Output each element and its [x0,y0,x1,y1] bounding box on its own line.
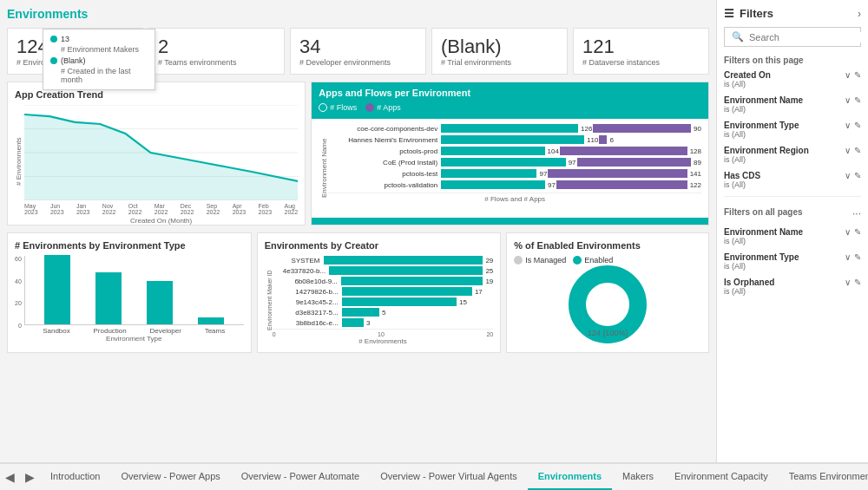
tab-environments[interactable]: Environments [528,464,612,490]
bar-flows-val-2: 104 [548,147,559,155]
filter-edit-icon-7[interactable]: ✎ [854,252,861,262]
bar-apps-4 [548,169,687,178]
vbar-developer [147,281,173,324]
kpi-trial-value: (Blank) [441,36,558,58]
filter-chevron-icon-8[interactable]: ∨ [845,278,851,287]
filter-chevron-icon-5[interactable]: ∨ [845,171,851,180]
bar-label-0: coe-core-components-dev [328,125,441,133]
tab-introduction[interactable]: Introduction [40,464,110,490]
vbar-sandbox [44,255,70,324]
bar-flows-val-0: 126 [581,125,592,133]
line-chart-svg: 20 10 0 [24,105,298,200]
bar-apps-3 [577,158,692,167]
creator-row-5: d3e83217-5... 5 [273,308,494,317]
creator-row-2: 6b08e10d-9... 19 [273,277,494,285]
creator-val-2: 19 [485,278,493,285]
tab-teams-environments[interactable]: Teams Environments [779,464,868,490]
donut-center-label: 124 (100%) [588,329,628,337]
env-by-creator-title: Environments by Creator [265,240,494,251]
legend-managed: Is Managed [525,256,566,265]
creator-bar-0 [324,256,483,265]
kpi-trial-label: # Trial environments [441,58,558,67]
vbar-label-sandbox: Sandbox [43,327,70,335]
env-by-creator-card: Environments by Creator Environment Make… [257,232,502,353]
filter-chevron-icon-3[interactable]: ∨ [845,121,851,130]
env-creator-yaxis: Environment Maker ID [265,256,273,345]
filter-all-env-name: Environment Name ∨ ✎ is (All) [724,227,861,245]
bar-apps-1 [599,135,607,144]
filter-chevron-icon-2[interactable]: ∨ [845,95,851,105]
tab-overview-power-virtual-agents[interactable]: Overview - Power Virtual Agents [370,464,528,490]
bar-label-1: Hannes Niemi's Environment [328,136,441,144]
kpi-developer: 34 # Developer environments [290,28,426,75]
filter-edit-icon[interactable]: ✎ [854,70,861,80]
tooltip-line2: # Environment Makers [50,45,148,54]
filter-chevron-icon-4[interactable]: ∨ [845,146,851,155]
filter-edit-icon-3[interactable]: ✎ [854,121,861,130]
apps-flows-legend: # Flows # Apps [319,103,701,112]
creator-bar-2 [341,277,483,285]
bar-flows-1 [441,135,584,144]
kpi-environments: 124 # Environments 13 # Environment Make… [7,28,143,75]
filter-env-region: Environment Region ∨ ✎ is (All) [724,146,861,164]
kpi-dataverse: 121 # Dataverse instances [573,28,709,75]
legend-apps: # Apps [377,103,401,112]
tab-prev-button[interactable]: ◀ [0,470,20,484]
kpi-tooltip: 13 # Environment Makers (Blank) # Create… [43,29,155,90]
tab-makers[interactable]: Makers [612,464,664,490]
apps-flows-card: Apps and Flows per Environment # Flows #… [311,82,709,225]
creator-row-0: SYSTEM 29 [273,256,494,265]
tab-environment-capacity[interactable]: Environment Capacity [664,464,779,490]
creator-val-4: 15 [459,298,467,306]
charts-row-1: App Creation Trend # Environments 20 [7,82,709,225]
tab-next-button[interactable]: ▶ [20,470,40,484]
filter-edit-icon-6[interactable]: ✎ [854,227,861,237]
bar-flows-2 [441,147,544,155]
creator-row-4: 9e143c45-2... 15 [273,297,494,306]
kpi-developer-label: # Developer environments [299,58,417,67]
bar-flows-5 [441,180,545,189]
filter-edit-icon-5[interactable]: ✎ [854,171,861,180]
kpi-developer-value: 34 [299,36,417,58]
filter-chevron-icon[interactable]: ∨ [845,70,851,80]
filters-panel: ☰ Filters › 🔍 Filters on this page Creat… [716,0,868,462]
filter-chevron-icon-7[interactable]: ∨ [845,252,851,262]
vbar-label-developer: Developer [149,327,181,335]
page-title: Environments [7,7,709,21]
kpi-teams-value: 2 [158,36,275,58]
filter-edit-icon-2[interactable]: ✎ [854,95,861,105]
filters-more-icon[interactable]: ··· [852,207,861,219]
app-creation-trend-title: App Creation Trend [15,89,298,100]
bar-flows-val-3: 97 [569,159,576,167]
filters-chevron-icon[interactable]: › [858,8,861,20]
filters-all-pages-header: Filters on all pages ··· [724,204,861,222]
filter-edit-icon-8[interactable]: ✎ [854,278,861,287]
env-by-type-card: # Environments by Environment Type 60402… [7,232,252,353]
filter-edit-icon-4[interactable]: ✎ [854,146,861,155]
kpi-row: 124 # Environments 13 # Environment Make… [7,28,709,75]
filters-search-input[interactable] [749,32,868,42]
kpi-trial: (Blank) # Trial environments [431,28,568,75]
app-creation-trend-card: App Creation Trend # Environments 20 [7,82,306,225]
bar-label-3: CoE (Prod Install) [328,159,441,167]
bar-flows-val-5: 97 [548,181,556,189]
bar-row-3: CoE (Prod Install) 97 89 [328,158,701,167]
kpi-dataverse-label: # Dataverse instances [582,58,700,67]
bar-apps-val-0: 90 [694,125,701,133]
bar-row-2: pctools-prod 104 128 [328,147,701,155]
creator-label-3: 14279826-b... [273,288,342,296]
filters-search-box[interactable]: 🔍 [724,27,861,47]
tab-overview-power-automate[interactable]: Overview - Power Automate [231,464,370,490]
kpi-dataverse-value: 121 [582,36,700,58]
filters-title: ☰ Filters [724,7,773,20]
creator-bar-4 [342,297,457,306]
bar-apps-5 [556,180,687,189]
filter-chevron-icon-6[interactable]: ∨ [845,227,851,237]
bar-apps-val-4: 141 [690,170,701,178]
bar-label-5: pctools-validation [328,181,441,189]
donut-legend: Is Managed Enabled [514,256,701,265]
tab-overview-power-apps[interactable]: Overview - Power Apps [110,464,230,490]
creator-val-3: 17 [475,288,483,296]
bar-flows-4 [441,169,536,178]
tooltip-line3: (Blank) [61,56,86,65]
